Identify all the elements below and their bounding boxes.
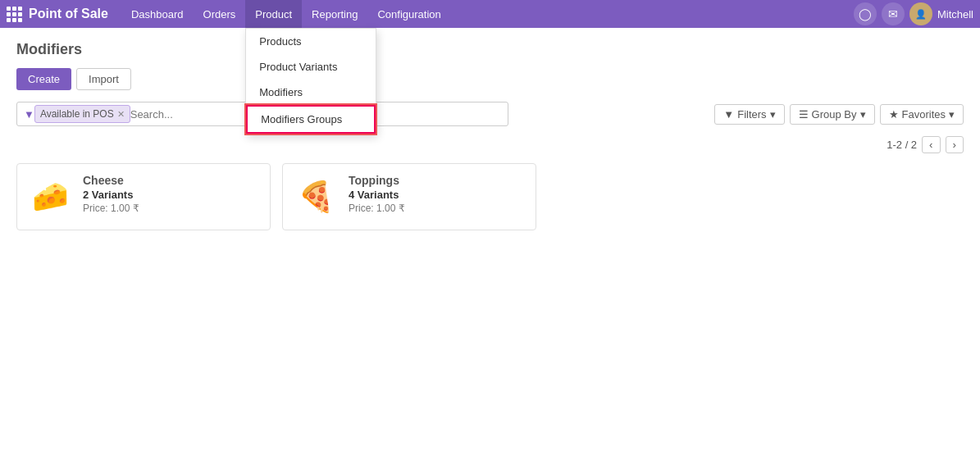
page-header: Modifiers <box>16 41 964 58</box>
favorites-chevron: ▾ <box>949 108 955 121</box>
card-cheese-image: 🧀 <box>27 174 73 220</box>
brand-label: Point of Sale <box>29 7 108 21</box>
nav-configuration[interactable]: Configuration <box>367 0 450 28</box>
navbar-right: ◯ ✉ 👤 Mitchell <box>854 2 973 25</box>
filter-tag-label: Available in POS <box>40 108 114 120</box>
filter-close-icon[interactable]: ✕ <box>117 109 125 120</box>
create-button[interactable]: Create <box>16 68 71 90</box>
page-title: Modifiers <box>16 41 82 58</box>
help-icon-btn[interactable]: ◯ <box>854 2 877 25</box>
grid-icon <box>7 7 22 22</box>
filters-chevron: ▾ <box>770 108 776 121</box>
toolbar-filters: ▼ Filters ▾ ☰ Group By ▾ ★ Favorites ▾ <box>714 104 964 125</box>
card-toppings-image: 🍕 <box>293 174 339 220</box>
group-chevron: ▾ <box>860 108 866 121</box>
chat-icon: ✉ <box>888 7 898 20</box>
pagination-prev[interactable]: ‹ <box>922 136 940 153</box>
help-icon: ◯ <box>859 7 872 20</box>
star-icon: ★ <box>889 108 899 121</box>
filters-button[interactable]: ▼ Filters ▾ <box>714 104 784 125</box>
chat-icon-btn[interactable]: ✉ <box>882 2 905 25</box>
card-toppings-title: Toppings <box>349 174 405 187</box>
pagination-count: 1-2 / 2 <box>887 139 917 151</box>
filter-icon: ▼ <box>24 108 34 121</box>
nav-product[interactable]: Product Products Product Variants Modifi… <box>245 0 302 28</box>
dropdown-modifiers[interactable]: Modifiers <box>246 80 376 105</box>
group-by-button[interactable]: ☰ Group By ▾ <box>790 104 875 125</box>
navbar-menu: Dashboard Orders Product Products Produc… <box>121 0 854 28</box>
card-cheese-title: Cheese <box>83 174 139 187</box>
dropdown-modifiers-groups[interactable]: Modifiers Groups <box>246 105 376 134</box>
card-toppings[interactable]: 🍕 Toppings 4 Variants Price: 1.00 ₹ <box>282 163 536 230</box>
card-toppings-info: Toppings 4 Variants Price: 1.00 ₹ <box>349 174 405 214</box>
group-icon: ☰ <box>799 108 809 121</box>
card-cheese-price: Price: 1.00 ₹ <box>83 203 139 214</box>
avatar: 👤 <box>909 2 932 25</box>
nav-orders[interactable]: Orders <box>194 0 246 28</box>
filter-tag: Available in POS ✕ <box>34 105 130 123</box>
favorites-button[interactable]: ★ Favorites ▾ <box>880 104 964 125</box>
user-label[interactable]: Mitchell <box>937 8 973 20</box>
app-brand[interactable]: Point of Sale <box>7 7 108 22</box>
dropdown-product-variants[interactable]: Product Variants <box>246 54 376 80</box>
import-button[interactable]: Import <box>76 68 131 90</box>
filter-funnel-icon: ▼ <box>723 108 734 121</box>
card-toppings-variants: 4 Variants <box>349 189 405 201</box>
product-dropdown: Products Product Variants Modifiers Modi… <box>245 28 376 134</box>
pagination-next[interactable]: › <box>946 136 964 153</box>
main-content: Modifiers Create Import ▼ Available in P… <box>0 28 980 469</box>
card-cheese-info: Cheese 2 Variants Price: 1.00 ₹ <box>83 174 139 214</box>
card-cheese-variants: 2 Variants <box>83 189 139 201</box>
card-toppings-price: Price: 1.00 ₹ <box>349 203 405 214</box>
card-cheese[interactable]: 🧀 Cheese 2 Variants Price: 1.00 ₹ <box>16 163 271 230</box>
nav-dashboard[interactable]: Dashboard <box>121 0 194 28</box>
navbar: Point of Sale Dashboard Orders Product P… <box>0 0 980 28</box>
action-buttons: Create Import <box>16 68 964 90</box>
nav-reporting[interactable]: Reporting <box>302 0 367 28</box>
cards-container: 🧀 Cheese 2 Variants Price: 1.00 ₹ 🍕 Topp… <box>16 163 964 230</box>
dropdown-products[interactable]: Products <box>246 29 376 54</box>
